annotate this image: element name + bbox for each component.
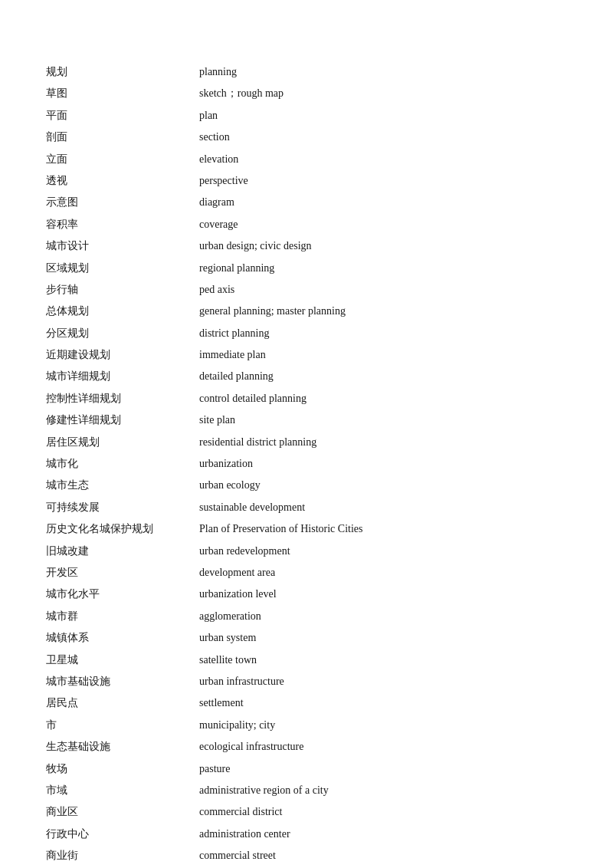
table-row: 区域规划regional planning [46,258,567,279]
chinese-term: 城市基础设施 [46,671,199,692]
chinese-term: 居住区规划 [46,432,199,453]
english-term: commercial district [199,801,567,823]
chinese-term: 立面 [46,149,199,170]
english-term: urban system [199,627,567,649]
table-row: 总体规划general planning; master planning [46,301,567,322]
table-row: 透视perspective [46,170,567,192]
table-row: 城市基础设施urban infrastructure [46,671,567,692]
table-row: 城市生态urban ecology [46,475,567,496]
table-row: 分区规划district planning [46,323,567,344]
chinese-term: 历史文化名城保护规划 [46,518,199,540]
table-row: 城市化urbanization [46,453,567,475]
english-term: regional planning [199,258,567,279]
english-term: municipality; city [199,715,567,736]
chinese-term: 示意图 [46,192,199,213]
english-term: general planning; master planning [199,301,567,322]
table-row: 居住区规划residential district planning [46,432,567,453]
english-term: urban redevelopment [199,541,567,562]
table-row: 立面elevation [46,149,567,170]
chinese-term: 剖面 [46,127,199,148]
chinese-term: 近期建设规划 [46,344,199,366]
english-term: sustainable development [199,497,567,518]
chinese-term: 城市群 [46,606,199,627]
english-term: elevation [199,149,567,170]
table-row: 市域administrative region of a city [46,780,567,801]
chinese-term: 市域 [46,780,199,801]
english-term: urban design; civic design [199,235,567,257]
english-term: urban ecology [199,475,567,496]
table-row: 旧城改建urban redevelopment [46,541,567,562]
chinese-term: 控制性详细规划 [46,388,199,409]
table-row: 市municipality; city [46,715,567,736]
chinese-term: 城市生态 [46,475,199,496]
chinese-term: 城镇体系 [46,627,199,649]
table-row: 城市化水平urbanization level [46,584,567,605]
chinese-term: 城市设计 [46,235,199,257]
chinese-term: 居民点 [46,692,199,714]
chinese-term: 修建性详细规划 [46,409,199,431]
english-term: commercial street [199,845,567,866]
english-term: control detailed planning [199,388,567,409]
table-row: 控制性详细规划control detailed planning [46,388,567,409]
chinese-term: 开发区 [46,562,199,584]
table-row: 城市设计urban design; civic design [46,235,567,257]
english-term: perspective [199,170,567,192]
chinese-term: 步行轴 [46,279,199,301]
chinese-term: 区域规划 [46,258,199,279]
chinese-term: 旧城改建 [46,541,199,562]
english-term: residential district planning [199,432,567,453]
english-term: coverage [199,214,567,235]
chinese-term: 规划 [46,61,199,83]
english-term: pasture [199,758,567,780]
english-term: district planning [199,323,567,344]
english-term: urbanization [199,453,567,475]
chinese-term: 透视 [46,170,199,192]
english-term: settlement [199,692,567,714]
english-term: administration center [199,824,567,845]
english-term: immediate plan [199,344,567,366]
english-term: development area [199,562,567,584]
english-term: sketch；rough map [199,83,567,104]
table-row: 历史文化名城保护规划Plan of Preservation of Histor… [46,518,567,540]
table-row: 步行轴ped axis [46,279,567,301]
chinese-term: 城市详细规划 [46,366,199,387]
table-row: 规划planning [46,61,567,83]
table-row: 容积率coverage [46,214,567,235]
english-term: ecological infrastructure [199,736,567,758]
table-row: 牧场pasture [46,758,567,780]
table-row: 草图sketch；rough map [46,83,567,104]
glossary-table: 规划planning草图sketch；rough map平面plan剖面sect… [46,61,567,868]
english-term: administrative region of a city [199,780,567,801]
english-term: Plan of Preservation of Historic Cities [199,518,567,540]
chinese-term: 总体规划 [46,301,199,322]
table-row: 行政中心administration center [46,824,567,845]
table-row: 城市群agglomeration [46,606,567,627]
table-row: 示意图diagram [46,192,567,213]
english-term: section [199,127,567,148]
english-term: urbanization level [199,584,567,605]
chinese-term: 容积率 [46,214,199,235]
chinese-term: 分区规划 [46,323,199,344]
chinese-term: 城市化 [46,453,199,475]
chinese-term: 卫星城 [46,649,199,671]
table-row: 城镇体系urban system [46,627,567,649]
chinese-term: 商业区 [46,801,199,823]
chinese-term: 草图 [46,83,199,104]
table-row: 近期建设规划immediate plan [46,344,567,366]
chinese-term: 商业街 [46,845,199,866]
table-row: 剖面section [46,127,567,148]
table-row: 平面plan [46,105,567,127]
chinese-term: 行政中心 [46,824,199,845]
table-row: 居民点settlement [46,692,567,714]
table-row: 可持续发展sustainable development [46,497,567,518]
english-term: satellite town [199,649,567,671]
english-term: plan [199,105,567,127]
table-row: 开发区development area [46,562,567,584]
english-term: planning [199,61,567,83]
chinese-term: 可持续发展 [46,497,199,518]
english-term: ped axis [199,279,567,301]
english-term: urban infrastructure [199,671,567,692]
table-row: 城市详细规划detailed planning [46,366,567,387]
english-term: site plan [199,409,567,431]
table-row: 生态基础设施ecological infrastructure [46,736,567,758]
